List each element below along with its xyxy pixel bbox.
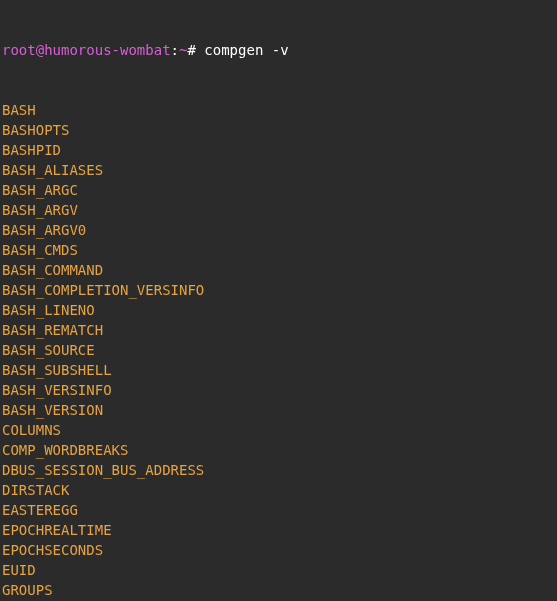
output-line: GROUPS [2, 580, 555, 600]
output-line: DBUS_SESSION_BUS_ADDRESS [2, 460, 555, 480]
output-line: BASHPID [2, 140, 555, 160]
output-line: EUID [2, 560, 555, 580]
command-text: compgen -v [204, 42, 288, 58]
prompt-symbol: # [187, 42, 195, 58]
prompt-user-host: root@humorous-wombat [2, 42, 171, 58]
output-line: BASH_CMDS [2, 240, 555, 260]
output-line: COMP_WORDBREAKS [2, 440, 555, 460]
output-line: BASH [2, 100, 555, 120]
output-line: BASHOPTS [2, 120, 555, 140]
output-line: BASH_SOURCE [2, 340, 555, 360]
output-line: BASH_LINENO [2, 300, 555, 320]
output-line: EPOCHREALTIME [2, 520, 555, 540]
output-line: BASH_COMPLETION_VERSINFO [2, 280, 555, 300]
terminal[interactable]: root@humorous-wombat:~# compgen -v BASHB… [2, 0, 555, 601]
output-line: BASH_ALIASES [2, 160, 555, 180]
output-container: BASHBASHOPTSBASHPIDBASH_ALIASESBASH_ARGC… [2, 100, 555, 601]
output-line: BASH_VERSION [2, 400, 555, 420]
output-line: BASH_VERSINFO [2, 380, 555, 400]
output-line: BASH_SUBSHELL [2, 360, 555, 380]
output-line: BASH_ARGV [2, 200, 555, 220]
output-line: BASH_COMMAND [2, 260, 555, 280]
output-line: EPOCHSECONDS [2, 540, 555, 560]
output-line: BASH_ARGV0 [2, 220, 555, 240]
output-line: COLUMNS [2, 420, 555, 440]
prompt-line: root@humorous-wombat:~# compgen -v [2, 40, 555, 60]
prompt-separator: : [171, 42, 179, 58]
output-line: EASTEREGG [2, 500, 555, 520]
output-line: BASH_ARGC [2, 180, 555, 200]
output-line: BASH_REMATCH [2, 320, 555, 340]
output-line: DIRSTACK [2, 480, 555, 500]
